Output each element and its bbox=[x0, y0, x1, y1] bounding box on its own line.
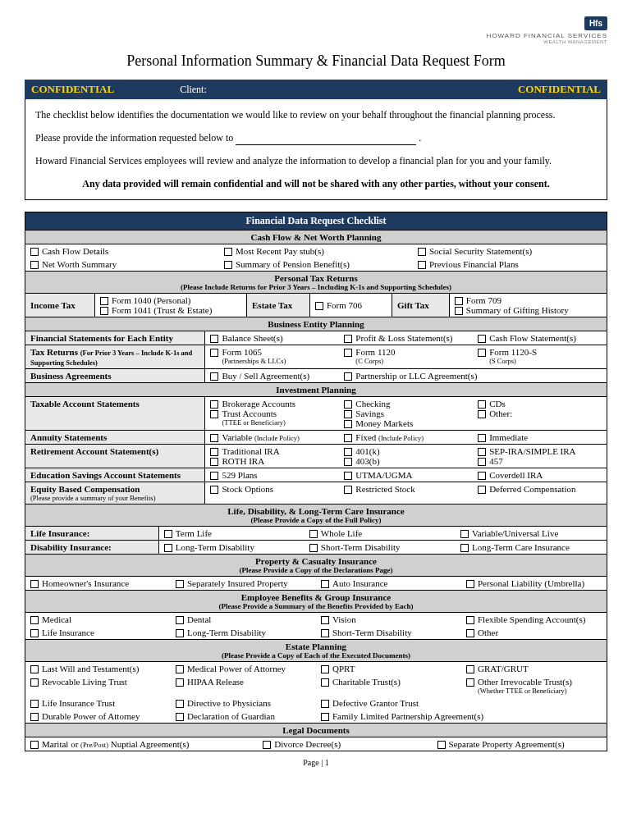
gift-tax-label: Gift Tax bbox=[392, 294, 450, 317]
checkbox[interactable] bbox=[210, 458, 218, 466]
confidential-right: CONFIDENTIAL bbox=[518, 83, 601, 96]
checkbox[interactable] bbox=[478, 434, 486, 442]
checkbox[interactable] bbox=[344, 486, 352, 494]
logo-company: HOWARD FINANCIAL SERVICES bbox=[25, 32, 607, 39]
checkbox[interactable] bbox=[478, 335, 486, 343]
checkbox[interactable] bbox=[344, 458, 352, 466]
checkbox[interactable] bbox=[263, 741, 271, 749]
checkbox[interactable] bbox=[30, 665, 39, 673]
client-label: Client: bbox=[180, 84, 207, 96]
checkbox[interactable] bbox=[478, 400, 486, 409]
checkbox[interactable] bbox=[176, 580, 184, 588]
checkbox[interactable] bbox=[466, 629, 474, 637]
checkbox[interactable] bbox=[30, 616, 39, 624]
checkbox[interactable] bbox=[30, 700, 39, 708]
checkbox[interactable] bbox=[309, 544, 318, 552]
checkbox[interactable] bbox=[30, 629, 39, 637]
checkbox[interactable] bbox=[344, 410, 352, 418]
checkbox[interactable] bbox=[224, 261, 232, 269]
checkbox[interactable] bbox=[321, 713, 329, 721]
recipient-blank[interactable] bbox=[236, 144, 416, 145]
checkbox[interactable] bbox=[344, 372, 352, 381]
employee-row2: Life Insurance Long-Term Disability Shor… bbox=[25, 626, 607, 639]
confidential-left: CONFIDENTIAL bbox=[31, 83, 114, 96]
checkbox[interactable] bbox=[176, 678, 184, 687]
checkbox[interactable] bbox=[164, 544, 172, 552]
legal-row1: Marital or (Pre/Post) Nuptial Agreement(… bbox=[25, 737, 607, 751]
invest-row1: Taxable Account Statements Brokerage Acc… bbox=[25, 396, 607, 430]
checkbox[interactable] bbox=[478, 410, 486, 418]
checkbox[interactable] bbox=[176, 629, 184, 637]
checkbox[interactable] bbox=[30, 713, 39, 721]
checkbox[interactable] bbox=[30, 741, 39, 749]
checkbox[interactable] bbox=[460, 544, 469, 552]
checkbox[interactable] bbox=[344, 400, 352, 409]
checkbox[interactable] bbox=[210, 486, 218, 494]
checkbox[interactable] bbox=[176, 665, 184, 673]
checkbox[interactable] bbox=[344, 434, 352, 442]
confidential-bar: CONFIDENTIAL Client: CONFIDENTIAL bbox=[25, 80, 607, 99]
checkbox[interactable] bbox=[176, 616, 184, 624]
checkbox[interactable] bbox=[418, 248, 426, 256]
checkbox[interactable] bbox=[466, 678, 474, 687]
checkbox[interactable] bbox=[344, 448, 352, 456]
intro-p4: Any data provided will remain confidenti… bbox=[35, 176, 597, 191]
checkbox[interactable] bbox=[315, 302, 323, 310]
checkbox[interactable] bbox=[321, 580, 329, 588]
checkbox[interactable] bbox=[418, 261, 426, 269]
estate-row4: Durable Power of Attorney Declaration of… bbox=[25, 710, 607, 723]
page-footer: Page | 1 bbox=[25, 758, 607, 767]
cashflow-row1: Cash Flow Details Most Recent Pay stub(s… bbox=[25, 244, 607, 258]
checkbox[interactable] bbox=[321, 616, 329, 624]
employee-row1: Medical Dental Vision Flexible Spending … bbox=[25, 612, 607, 626]
checkbox[interactable] bbox=[164, 530, 172, 538]
checkbox[interactable] bbox=[30, 678, 39, 687]
checkbox[interactable] bbox=[210, 410, 218, 418]
checkbox[interactable] bbox=[321, 629, 329, 637]
business-row2: Tax Returns (For Prior 3 Years – Include… bbox=[25, 345, 607, 368]
checkbox[interactable] bbox=[176, 700, 184, 708]
checkbox[interactable] bbox=[210, 472, 218, 480]
checkbox[interactable] bbox=[100, 297, 108, 305]
checkbox[interactable] bbox=[344, 420, 352, 428]
checkbox[interactable] bbox=[478, 349, 486, 357]
checkbox[interactable] bbox=[210, 372, 218, 381]
checkbox[interactable] bbox=[478, 458, 486, 466]
estate-row1: Last Will and Testament(s) Medical Power… bbox=[25, 661, 607, 675]
checkbox[interactable] bbox=[100, 307, 108, 315]
checkbox[interactable] bbox=[321, 700, 329, 708]
intro-box: The checklist below identifies the docum… bbox=[25, 99, 607, 200]
checkbox[interactable] bbox=[176, 713, 184, 721]
checkbox[interactable] bbox=[321, 665, 329, 673]
page-title: Personal Information Summary & Financial… bbox=[25, 52, 607, 70]
checkbox[interactable] bbox=[210, 400, 218, 409]
checkbox[interactable] bbox=[344, 335, 352, 343]
checkbox[interactable] bbox=[460, 530, 469, 538]
checkbox[interactable] bbox=[344, 349, 352, 357]
checkbox[interactable] bbox=[478, 472, 486, 480]
checkbox[interactable] bbox=[210, 434, 218, 442]
checkbox[interactable] bbox=[344, 472, 352, 480]
checkbox[interactable] bbox=[224, 248, 232, 256]
checkbox[interactable] bbox=[210, 349, 218, 357]
checkbox[interactable] bbox=[309, 530, 318, 538]
checkbox[interactable] bbox=[30, 261, 39, 269]
checkbox[interactable] bbox=[478, 448, 486, 456]
checkbox[interactable] bbox=[466, 580, 474, 588]
life-row2: Disability Insurance: Long-Term Disabili… bbox=[25, 540, 607, 554]
checkbox[interactable] bbox=[321, 678, 329, 687]
checkbox[interactable] bbox=[30, 580, 39, 588]
checkbox[interactable] bbox=[466, 616, 474, 624]
section-cashflow-header: Cash Flow & Net Worth Planning bbox=[25, 230, 607, 244]
checkbox[interactable] bbox=[210, 335, 218, 343]
checkbox[interactable] bbox=[478, 486, 486, 494]
checkbox[interactable] bbox=[466, 665, 474, 673]
checkbox[interactable] bbox=[210, 448, 218, 456]
checkbox[interactable] bbox=[437, 741, 446, 749]
checkbox[interactable] bbox=[455, 297, 463, 305]
checkbox[interactable] bbox=[455, 307, 463, 315]
section-estate: Estate Planning (Please Provide a Copy o… bbox=[25, 639, 607, 661]
invest-row4: Education Savings Account Statements 529… bbox=[25, 468, 607, 482]
checkbox[interactable] bbox=[30, 248, 39, 256]
section-invest-header: Investment Planning bbox=[25, 382, 607, 396]
